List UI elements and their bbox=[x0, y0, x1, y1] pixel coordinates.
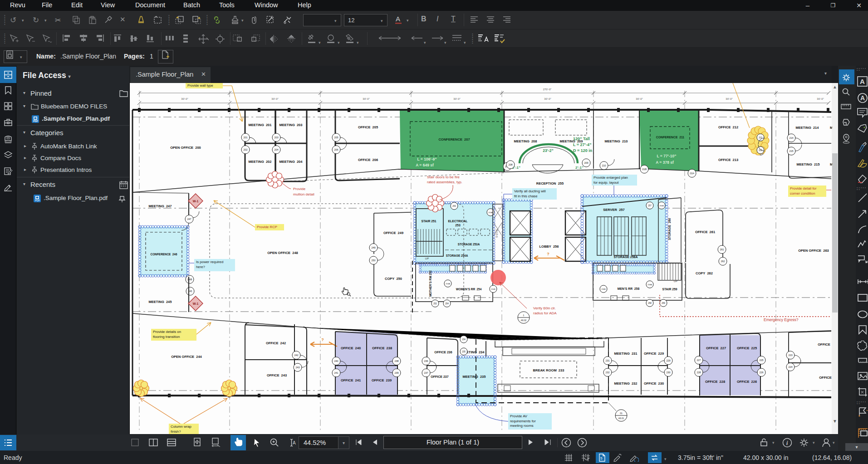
svg-text:260A: 260A bbox=[659, 205, 664, 207]
svg-text:Provide details on: Provide details on bbox=[153, 330, 181, 334]
svg-text:211B: 211B bbox=[642, 168, 647, 171]
svg-text:PDF: PDF bbox=[35, 199, 40, 202]
svg-text:ELECTRICAL: ELECTRICAL bbox=[448, 220, 467, 223]
svg-text:243: 243 bbox=[295, 366, 299, 369]
svg-text:261: 261 bbox=[720, 248, 724, 251]
svg-text:234: 234 bbox=[462, 338, 466, 341]
svg-text:OFFICE 237: OFFICE 237 bbox=[431, 375, 448, 378]
svg-text:A = 378 sf: A = 378 sf bbox=[656, 160, 674, 165]
svg-text:120” Tall: 120” Tall bbox=[573, 137, 590, 141]
svg-text:OFFICE 243: OFFICE 243 bbox=[267, 373, 287, 377]
svg-text:Verify 60in clr.: Verify 60in clr. bbox=[533, 306, 556, 310]
svg-text:W-1: W-1 bbox=[193, 302, 199, 305]
svg-text:OFFICE 205: OFFICE 205 bbox=[358, 125, 378, 129]
svg-text:30’-0”: 30’-0” bbox=[726, 98, 732, 100]
svg-text:flooring transition: flooring transition bbox=[153, 335, 180, 339]
svg-text:here?: here? bbox=[196, 265, 206, 269]
svg-text:CONFERENCE 211: CONFERENCE 211 bbox=[656, 136, 685, 139]
svg-text:A: A bbox=[293, 440, 296, 445]
svg-text:23’-2”: 23’-2” bbox=[543, 148, 554, 153]
svg-text:235: 235 bbox=[462, 351, 466, 353]
svg-text:242: 242 bbox=[294, 354, 298, 357]
svg-text:CONFERENCE 246: CONFERENCE 246 bbox=[151, 253, 177, 256]
svg-text:STAIR 251: STAIR 251 bbox=[421, 220, 436, 223]
svg-text:CONFERENCE 207: CONFERENCE 207 bbox=[438, 137, 470, 142]
svg-text:Provide detail for: Provide detail for bbox=[790, 186, 817, 190]
svg-text:208: 208 bbox=[508, 163, 512, 166]
svg-text:30’-0”: 30’-0” bbox=[363, 98, 369, 100]
svg-text:corner condition: corner condition bbox=[790, 191, 815, 195]
svg-text:01: 01 bbox=[620, 412, 623, 415]
svg-text:fit in this chase: fit in this chase bbox=[514, 194, 538, 198]
svg-text:253A: 253A bbox=[488, 211, 493, 214]
svg-text:203: 203 bbox=[274, 136, 278, 139]
svg-text:?: ? bbox=[547, 252, 549, 256]
svg-text:226: 226 bbox=[759, 371, 763, 374]
svg-text:STORAGE 258A: STORAGE 258A bbox=[613, 255, 638, 259]
svg-text:OFFICE 236: OFFICE 236 bbox=[434, 351, 452, 354]
svg-text:241: 241 bbox=[334, 371, 338, 374]
svg-text:MEETING 215: MEETING 215 bbox=[797, 162, 820, 166]
svg-text:OFFICE 228: OFFICE 228 bbox=[705, 380, 725, 384]
svg-text:MEETING 204: MEETING 204 bbox=[280, 160, 303, 164]
svg-text:214: 214 bbox=[789, 137, 793, 139]
svg-text:254B: 254B bbox=[491, 288, 495, 290]
svg-text:OFFICE 213: OFFICE 213 bbox=[718, 158, 738, 162]
svg-text:253: 253 bbox=[455, 224, 461, 227]
svg-text:258A: 258A bbox=[647, 283, 652, 286]
svg-text:Is power required: Is power required bbox=[196, 260, 223, 264]
svg-text:2’-1”: 2’-1” bbox=[575, 166, 584, 170]
svg-text:254: 254 bbox=[445, 303, 449, 305]
svg-text:MEETING 201: MEETING 201 bbox=[249, 123, 272, 127]
svg-text:OFFICE 227: OFFICE 227 bbox=[706, 346, 726, 350]
svg-text:253: 253 bbox=[452, 205, 456, 207]
svg-text:229: 229 bbox=[666, 359, 670, 362]
svg-text:L = 106’-9”: L = 106’-9” bbox=[417, 157, 436, 161]
svg-text:Provide: Provide bbox=[293, 187, 306, 191]
svg-text:for equip. layout: for equip. layout bbox=[593, 181, 619, 185]
svg-text:258B: 258B bbox=[601, 288, 606, 290]
svg-text:209: 209 bbox=[584, 161, 588, 164]
svg-text:Column wrap: Column wrap bbox=[171, 425, 192, 429]
svg-text:258: 258 bbox=[648, 302, 652, 304]
svg-text:247: 247 bbox=[187, 218, 191, 220]
svg-text:radius for ADA: radius for ADA bbox=[533, 311, 557, 315]
svg-text:30’-0”: 30’-0” bbox=[453, 98, 460, 100]
svg-text:223: 223 bbox=[788, 354, 792, 357]
svg-text:BREAK ROOM 233: BREAK ROOM 233 bbox=[533, 368, 564, 372]
svg-text:240: 240 bbox=[334, 360, 338, 362]
svg-text:250: 250 bbox=[371, 259, 375, 262]
svg-text:A = 649 sf: A = 649 sf bbox=[416, 163, 434, 167]
svg-text:231: 231 bbox=[605, 359, 609, 362]
svg-text:MEN’S RR 258: MEN’S RR 258 bbox=[618, 287, 640, 290]
svg-text:STORAGE 253A: STORAGE 253A bbox=[458, 243, 480, 246]
svg-text:L = 27’-4”: L = 27’-4” bbox=[573, 142, 592, 147]
svg-text:OFFICE 206: OFFICE 206 bbox=[358, 158, 378, 162]
svg-text:MEETING 208: MEETING 208 bbox=[514, 139, 537, 143]
svg-text:OPEN OFFICE 263: OPEN OFFICE 263 bbox=[798, 249, 829, 253]
svg-text:OFFICE 229: OFFICE 229 bbox=[644, 352, 664, 356]
svg-text:230: 230 bbox=[666, 371, 670, 374]
svg-text:MEETING 247: MEETING 247 bbox=[149, 204, 172, 208]
svg-text:OFFICE 239: OFFICE 239 bbox=[372, 378, 392, 382]
svg-text:259: 259 bbox=[662, 302, 665, 304]
svg-text:OFFICE 242: OFFICE 242 bbox=[266, 341, 286, 345]
svg-text:210: 210 bbox=[602, 164, 606, 167]
svg-text:OFFICE 212: OFFICE 212 bbox=[718, 125, 738, 129]
svg-text:225: 225 bbox=[759, 359, 763, 361]
svg-text:?: ? bbox=[321, 337, 324, 342]
svg-text:WOMEN’S RR 254: WOMEN’S RR 254 bbox=[456, 288, 482, 291]
svg-text:237: 237 bbox=[424, 371, 428, 374]
svg-text:MEETING 232: MEETING 232 bbox=[614, 381, 638, 386]
svg-text:30’-0”: 30’-0” bbox=[271, 98, 278, 100]
svg-text:D = 120 in: D = 120 in bbox=[573, 148, 592, 153]
svg-text:SERVER 257: SERVER 257 bbox=[603, 208, 624, 212]
svg-text:ME: ME bbox=[830, 126, 832, 130]
svg-text:1: 1 bbox=[523, 314, 525, 317]
svg-text:OPEN OFFICE 200: OPEN OFFICE 200 bbox=[170, 146, 201, 150]
svg-text:A: A bbox=[860, 78, 865, 85]
svg-text:211A: 211A bbox=[690, 172, 694, 175]
svg-text:Provide AV: Provide AV bbox=[510, 414, 528, 418]
svg-text:30’-0”: 30’-0” bbox=[544, 98, 551, 100]
svg-text:UP: UP bbox=[674, 280, 677, 283]
